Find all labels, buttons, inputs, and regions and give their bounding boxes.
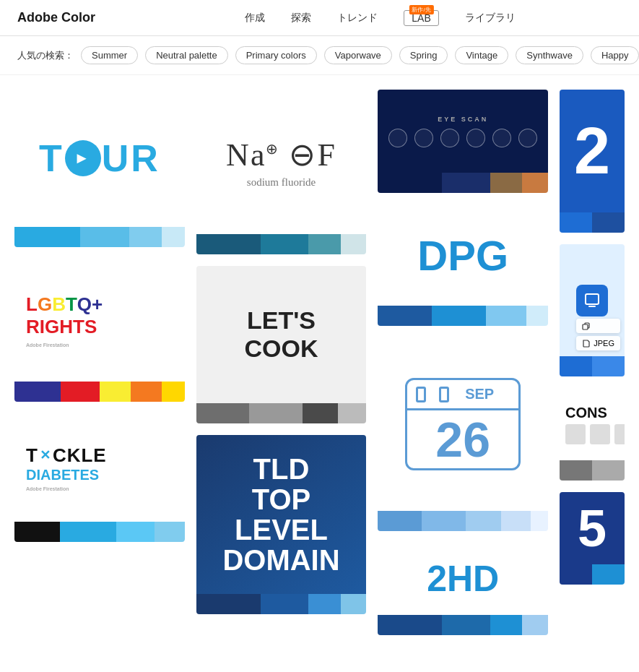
cal-header: SEP <box>407 380 518 410</box>
swatch-2 <box>442 173 490 193</box>
nav-library[interactable]: ライブラリ <box>465 12 516 25</box>
cook-text: LET'SCOOK <box>245 306 318 363</box>
card-sodium[interactable]: Na⊕ ⊖F sodium fluoride <box>196 90 367 254</box>
swatch-2 <box>592 564 625 585</box>
swatch-1 <box>560 356 592 376</box>
swatch-4 <box>522 173 548 193</box>
swatch-1 <box>560 212 592 233</box>
tag-neutral[interactable]: Neutral palette <box>145 46 228 64</box>
dl-jpeg-btn[interactable]: JPEG <box>576 336 620 350</box>
swatch-2 <box>261 234 309 254</box>
swatch-4 <box>131 382 162 402</box>
swatch-1 <box>196 594 261 614</box>
svg-rect-2 <box>583 324 588 329</box>
eyescan-swatches <box>378 173 548 193</box>
tag-vaporwave[interactable]: Vaporwave <box>324 46 392 64</box>
cons-title: CONS <box>565 405 607 421</box>
swatch-1 <box>14 522 60 542</box>
tackle-line2: DIABETES <box>26 467 99 483</box>
swatch-4 <box>338 403 366 423</box>
card-calendar[interactable]: SEP 26 <box>378 337 548 531</box>
swatch-1 <box>196 403 250 423</box>
swatch-3 <box>490 615 522 635</box>
swatch-4 <box>341 234 367 254</box>
nav-explore[interactable]: 探索 <box>291 12 311 25</box>
card-tool[interactable]: JPEG <box>560 244 625 376</box>
num5-swatches <box>560 564 625 585</box>
swatch-1 <box>14 382 61 402</box>
dl-jpeg-label: JPEG <box>594 339 614 348</box>
tag-vintage[interactable]: Vintage <box>455 46 508 64</box>
swatch-1 <box>196 234 261 254</box>
card-tackle[interactable]: T✕CKLE DIABETES Adobe Firestation <box>14 413 185 542</box>
card-tour[interactable]: T ► UR <box>14 90 185 247</box>
gallery: T ► UR L G B T <box>0 75 639 650</box>
lgbtq-rights: RIGHTS <box>26 316 97 338</box>
tool-swatches <box>560 356 625 376</box>
cal-ring-right <box>439 387 449 402</box>
card-2hd[interactable]: 2HD <box>378 543 548 635</box>
lgbtq-swatches <box>14 382 185 402</box>
swatch-4 <box>162 227 185 247</box>
nav-lab[interactable]: 新作/先 LAB <box>404 12 438 24</box>
swatch-5 <box>162 382 185 402</box>
tag-summer[interactable]: Summer <box>81 46 138 64</box>
cons-icons <box>565 424 625 444</box>
card-lgbtq[interactable]: L G B T Q+ RIGHTS Adobe Firestation <box>14 259 185 402</box>
tag-primary[interactable]: Primary colors <box>235 46 317 64</box>
swatch-2 <box>261 594 309 614</box>
lgbtq-t: T <box>66 293 77 316</box>
swatch-2 <box>592 212 625 233</box>
swatch-2 <box>422 511 466 531</box>
num2-text: 2 <box>574 114 610 189</box>
sodium-formula: Na⊕ ⊖F <box>226 136 336 173</box>
card-num2[interactable]: 2 <box>560 90 625 233</box>
cal-rings <box>416 387 449 402</box>
card-cons[interactable]: CONS <box>560 388 625 481</box>
nav-trend[interactable]: トレンド <box>337 12 378 25</box>
dl-copy-btn[interactable] <box>576 319 620 333</box>
tag-synthwave[interactable]: Synthwave <box>516 46 583 64</box>
card-num5[interactable]: 5 <box>560 492 625 585</box>
eyescan-circles <box>388 129 537 147</box>
tag-spring[interactable]: Spring <box>399 46 448 64</box>
tour-t: T <box>39 137 64 180</box>
swatch-4 <box>522 615 548 635</box>
card-tld[interactable]: TLDTOPLEVELDOMAIN <box>196 435 367 614</box>
tackle-line1: T✕CKLE <box>26 444 107 467</box>
swatch-1 <box>378 173 442 193</box>
swatch-2 <box>592 356 625 376</box>
num2-swatches <box>560 212 625 233</box>
cal-day: 26 <box>412 415 514 464</box>
download-overlay: JPEG <box>576 319 620 350</box>
swatch-3 <box>100 382 131 402</box>
card-dpg[interactable]: DPG <box>378 204 548 326</box>
nav-create[interactable]: 作成 <box>245 12 265 25</box>
dpg-text: DPG <box>417 231 508 280</box>
svg-rect-1 <box>588 306 596 307</box>
swatch-4 <box>341 594 367 614</box>
card-eyescan[interactable]: EYE SCAN <box>378 90 548 193</box>
lab-badge: 新作/先 <box>409 5 433 14</box>
swatch-3 <box>308 234 340 254</box>
sodium-swatches <box>196 234 367 254</box>
swatch-1 <box>14 227 80 247</box>
card-cook[interactable]: LET'SCOOK <box>196 266 367 423</box>
tld-text: TLDTOPLEVELDOMAIN <box>222 454 339 575</box>
swatch-4 <box>501 511 531 531</box>
cal-month: SEP <box>449 386 510 402</box>
tool-icon <box>576 285 608 316</box>
cook-swatches <box>196 403 367 423</box>
tld-swatches <box>196 594 367 614</box>
sodium-name: sodium fluoride <box>247 176 316 189</box>
swatch-1 <box>378 615 442 635</box>
swatch-2 <box>60 522 117 542</box>
svg-rect-0 <box>586 294 599 304</box>
cal-ring-left <box>416 387 426 402</box>
gallery-col-1: T ► UR L G B T <box>14 90 185 542</box>
tag-happy[interactable]: Happy <box>591 46 639 64</box>
swatch-2 <box>61 382 100 402</box>
swatch-1 <box>378 306 432 326</box>
cal-swatches <box>378 511 548 531</box>
main-nav: 作成 探索 トレンド 新作/先 LAB ライブラリ <box>139 12 622 25</box>
